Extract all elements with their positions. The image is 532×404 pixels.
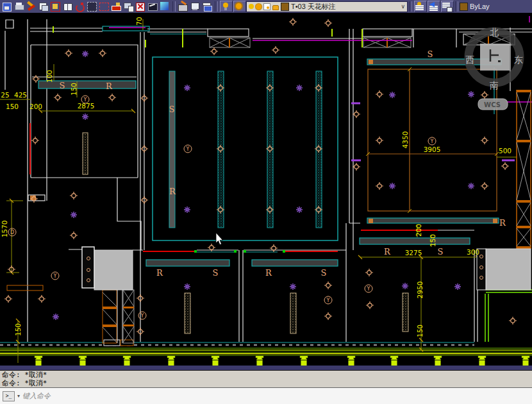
- fixture-letter: R: [384, 247, 391, 257]
- layer-unlock-icon[interactable]: [272, 5, 279, 10]
- command-chevron-icon[interactable]: ▾: [17, 393, 20, 399]
- layer-on-bulb-icon[interactable]: [249, 4, 254, 9]
- layer-states-icon[interactable]: [414, 1, 427, 12]
- track-spotlight-symbol: [522, 356, 529, 366]
- dimension-text: 150: [416, 324, 424, 337]
- toolbar-separator: [455, 1, 458, 12]
- layer-dropdown-chevron-icon[interactable]: ∨: [401, 3, 405, 10]
- lisp-icon[interactable]: [178, 1, 189, 12]
- dimension-text: 200: [29, 103, 42, 110]
- new-layer-icon[interactable]: [202, 1, 213, 12]
- track-spotlight-symbol: [167, 356, 175, 366]
- fixture-letter: R: [169, 187, 176, 196]
- command-input-placeholder[interactable]: 键入命令: [22, 391, 51, 401]
- command-history-line: 命令: *取消*: [2, 379, 532, 387]
- fixture-letter: S: [60, 81, 65, 90]
- layer-translate-icon[interactable]: [441, 1, 454, 12]
- dimension-text: 200: [415, 224, 422, 237]
- select-region-icon[interactable]: [87, 1, 98, 12]
- print-icon[interactable]: [13, 1, 25, 12]
- dimension-text: 150: [70, 83, 78, 96]
- eraser-icon[interactable]: [111, 1, 122, 12]
- track-spotlight-symbol: [300, 356, 308, 366]
- layer-dropdown[interactable]: T•03 天花标注 ∨: [246, 1, 408, 12]
- command-prompt-icon[interactable]: >_: [3, 391, 15, 401]
- dimension-text: 70: [135, 17, 143, 25]
- book-icon[interactable]: [62, 1, 74, 12]
- layer-previous-icon[interactable]: [428, 1, 440, 12]
- canvas-background[interactable]: [0, 13, 532, 366]
- bulb-icon[interactable]: [220, 1, 233, 12]
- circled-letter: Y: [367, 286, 370, 292]
- current-layer-name[interactable]: T•03 天花标注: [291, 2, 399, 12]
- toolbar-separator: [215, 1, 218, 12]
- bylayer-color-swatch[interactable]: [460, 3, 468, 11]
- toolbar: T•03 天花标注 ∨ ByLay: [0, 0, 532, 13]
- track-spotlight-symbol: [212, 356, 219, 366]
- compass-direction-label: 西: [465, 55, 474, 65]
- dimension-text: 150: [14, 323, 22, 336]
- copy-layers-icon[interactable]: [38, 1, 49, 12]
- toolbar-separator: [409, 1, 412, 12]
- track-spotlight-symbol: [478, 356, 486, 366]
- fixture-letter: S: [321, 268, 327, 278]
- dimension-text: 25: [1, 91, 9, 99]
- bylayer-label[interactable]: ByLay: [470, 3, 490, 10]
- status-band: [0, 366, 532, 370]
- block-edit-icon[interactable]: [50, 1, 62, 12]
- fixture-letter: S: [428, 49, 433, 59]
- dimension-text: 425: [14, 91, 27, 99]
- cube-icon[interactable]: [160, 1, 171, 12]
- dashed-region-icon[interactable]: [99, 1, 110, 12]
- track-spotlight-symbol: [256, 356, 263, 366]
- green-marker: [244, 250, 246, 253]
- command-history-line: 命令: *取消*: [2, 371, 532, 379]
- circled-letter: Y: [83, 97, 87, 103]
- pc-copy-icon[interactable]: [123, 1, 135, 12]
- dimension-text: 3275: [405, 249, 422, 257]
- sun-icon[interactable]: [233, 1, 246, 12]
- cad-application-window: T•03 天花标注 ∨ ByLay: [0, 0, 532, 404]
- tools-icon[interactable]: [26, 1, 37, 12]
- dimension-text: 2950: [416, 282, 424, 299]
- dimension-text: 150: [6, 103, 19, 110]
- dimension-text: 4350: [401, 131, 409, 149]
- track-spotlight-symbol: [123, 356, 131, 366]
- circled-letter: D: [10, 230, 14, 235]
- layer-color-swatch[interactable]: [281, 3, 289, 11]
- wcs-label: WCS: [484, 101, 501, 108]
- track-spotlight-symbol: [347, 356, 355, 366]
- circled-letter: Y: [430, 139, 434, 144]
- layer-thaw-sun-icon[interactable]: [256, 4, 262, 10]
- green-marker: [194, 250, 197, 253]
- compass-direction-label: 东: [514, 55, 523, 65]
- compass-direction-label: 南: [490, 80, 499, 90]
- rotate-icon[interactable]: [74, 1, 86, 12]
- command-input-row[interactable]: >_ ▾ 键入命令: [0, 387, 532, 404]
- track-spotlight-symbol: [434, 356, 442, 366]
- track-spotlight-symbol: [390, 356, 398, 366]
- save-icon[interactable]: [1, 1, 13, 12]
- dimension-text: 300: [467, 248, 479, 256]
- fixture-letter: S: [438, 247, 444, 257]
- viewcube-face[interactable]: [480, 44, 510, 71]
- fixture-letter: R: [499, 218, 506, 228]
- track-spotlight-symbol: [35, 356, 42, 366]
- drawing-area[interactable]: 7010015025425150200287515701504350390550…: [0, 13, 532, 366]
- circled-letter: Y: [186, 146, 190, 152]
- green-marker: [234, 250, 237, 253]
- fixture-letter: R: [265, 268, 272, 278]
- fixture-letter: R: [156, 268, 163, 278]
- layer-viewport-icon[interactable]: [263, 3, 270, 10]
- sketch-icon[interactable]: [147, 1, 159, 12]
- circled-letter: Y: [140, 313, 144, 319]
- monitor-settings-icon[interactable]: [190, 1, 201, 12]
- track-spotlight-symbol: [79, 356, 87, 366]
- delete-icon[interactable]: [135, 1, 147, 12]
- dimension-text: 150: [429, 234, 436, 247]
- dimension-text: 500: [499, 147, 511, 155]
- toolbar-separator: [172, 1, 176, 12]
- dimension-text: 3905: [424, 146, 441, 153]
- dimension-text: 100: [46, 70, 53, 83]
- fixture-letter: S: [213, 268, 219, 278]
